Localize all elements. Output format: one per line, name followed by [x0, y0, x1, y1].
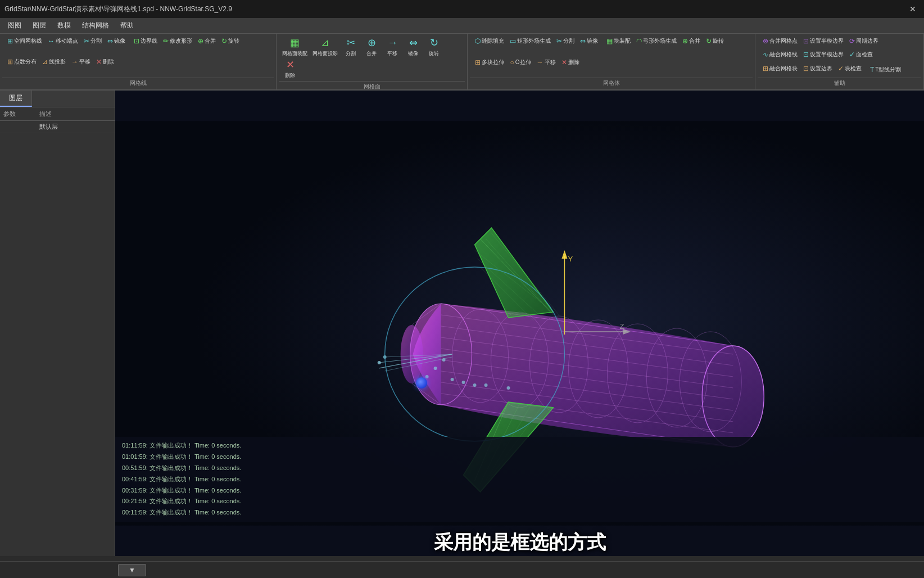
- assist-label: 辅助: [758, 78, 921, 88]
- svg-point-44: [473, 383, 477, 387]
- btn-fuse-gridline[interactable]: ∿ 融合网格线: [761, 50, 799, 59]
- btn-face-rotate[interactable]: ↻ 旋转: [424, 36, 444, 57]
- log-line-1: 01:11:59: 文件输出成功！ Time: 0 seconds.: [122, 440, 917, 451]
- gridface-buttons: ▦ 网格面装配 ⊿ 网格面投影 ✂ 分割 ⊕ 合并 → 平移: [279, 35, 465, 81]
- svg-point-37: [378, 361, 381, 364]
- btn-body-mirror[interactable]: ⇔ 镜像: [578, 37, 600, 46]
- gridbody-row3: ⊞ 多块拉伸 ○ O拉伸 → 平移 ✕ 删除: [471, 57, 583, 67]
- gridline-label: 网格线: [2, 78, 274, 88]
- log-line-4: 00:41:59: 文件输出成功！ Time: 0 seconds.: [122, 474, 917, 485]
- menu-item-layer[interactable]: 图层: [27, 19, 52, 33]
- btn-o-stretch[interactable]: ○ O拉伸: [508, 58, 532, 67]
- btn-delete1[interactable]: ✕ 删除: [94, 57, 116, 66]
- btn-face-split[interactable]: ✂ 分割: [341, 36, 361, 57]
- btn-face-merge[interactable]: ⊕ 合并: [361, 36, 382, 57]
- btn-bow-outer[interactable]: ◠ 弓形外场生成: [635, 37, 678, 46]
- btn-block-check[interactable]: ✓ 块检查: [836, 64, 863, 73]
- toolbar-row: ⊞ 空间网格线 ↔ 移动端点 ✂ 分割 ⇔ 镜像 ⊡ 边界线 ✏ 修改形形 ⊕ …: [0, 34, 924, 90]
- svg-point-39: [425, 375, 429, 378]
- gridface-label: 网格面: [279, 81, 465, 92]
- menu-item-model[interactable]: 数模: [52, 19, 76, 33]
- btn-translate1[interactable]: → 平移: [70, 57, 92, 66]
- panel-tabs: 图层: [0, 91, 115, 107]
- log-line-6: 00:21:59: 文件输出成功！ Time: 0 seconds.: [122, 496, 917, 507]
- btn-fuse-gridblock[interactable]: ⊞ 融合网格块: [761, 64, 799, 73]
- log-line-5: 00:31:59: 文件输出成功！ Time: 0 seconds.: [122, 485, 917, 496]
- log-area: 01:11:59: 文件输出成功！ Time: 0 seconds. 01:01…: [115, 437, 924, 522]
- toolbar-group-gridline: ⊞ 空间网格线 ↔ 移动端点 ✂ 分割 ⇔ 镜像 ⊡ 边界线 ✏ 修改形形 ⊕ …: [0, 34, 277, 89]
- assist-row4: T T型线分割: [866, 65, 905, 75]
- btn-face-assemble[interactable]: ▦ 网格面装配: [280, 36, 310, 57]
- btn-line-proj[interactable]: ⊿ 线投影: [40, 57, 67, 66]
- gridbody-label: 网格体: [470, 78, 753, 88]
- btn-body-merge[interactable]: ⊕ 合并: [681, 37, 702, 46]
- btn-body-translate[interactable]: → 平移: [535, 58, 558, 67]
- svg-text:Y: Y: [568, 255, 573, 263]
- bottom-bar: ▼: [0, 561, 924, 578]
- btn-move-endpoint[interactable]: ↔ 移动端点: [46, 37, 80, 46]
- btn-face-check[interactable]: ✓ 面检查: [848, 50, 875, 59]
- btn-set-half-boundary2[interactable]: ⊡ 设置半模边界: [801, 50, 845, 59]
- tab-layer[interactable]: 图层: [0, 91, 32, 107]
- title-bar: GridStar\NNW-GridStar演示素材\导弹网格线1.spd - N…: [0, 0, 924, 18]
- title-text: GridStar\NNW-GridStar演示素材\导弹网格线1.spd - N…: [4, 4, 232, 14]
- menu-item-help[interactable]: 帮助: [115, 19, 139, 33]
- btn-t-split[interactable]: T T型线分割: [868, 65, 903, 74]
- svg-point-46: [507, 386, 510, 390]
- btn-multi-stretch[interactable]: ⊞ 多块拉伸: [473, 58, 506, 67]
- btn-set-half-boundary1[interactable]: ⊡ 设置半模边界: [801, 37, 845, 46]
- btn-mirror1[interactable]: ⇔ 镜像: [106, 37, 127, 46]
- menu-item-grid[interactable]: 结构网格: [76, 19, 115, 33]
- toolbar-area: ⊞ 空间网格线 ↔ 移动端点 ✂ 分割 ⇔ 镜像 ⊡ 边界线 ✏ 修改形形 ⊕ …: [0, 34, 924, 91]
- btn-rect-outer[interactable]: ▭ 矩形外场生成: [508, 37, 552, 46]
- btn-block-assemble[interactable]: ▦ 块装配: [605, 37, 632, 46]
- toolbar-group-gridbody: ⬡ 缝隙填充 ▭ 矩形外场生成 ✂ 分割 ⇔ 镜像 ▦ 块装配 ◠ 弓形外场生成…: [468, 34, 755, 89]
- panel-rows: 默认层: [0, 121, 115, 556]
- list-item[interactable]: 默认层: [0, 121, 115, 133]
- btn-face-translate[interactable]: → 平移: [382, 36, 402, 57]
- btn-periodic-boundary[interactable]: ⟳ 周期边界: [848, 37, 880, 46]
- toolbar-group-assist: ⊗ 合并网格点 ⊡ 设置半模边界 ⟳ 周期边界 ∿ 融合网格线 ⊡ 设置半模边界…: [755, 34, 924, 89]
- btn-face-mirror[interactable]: ⇔ 镜像: [403, 36, 423, 57]
- log-line-2: 01:01:59: 文件输出成功！ Time: 0 seconds.: [122, 451, 917, 463]
- left-panel: 图层 参数 描述 默认层: [0, 91, 115, 556]
- gridbody-row2: ▦ 块装配 ◠ 弓形外场生成 ⊕ 合并 ↻ 旋转: [603, 36, 728, 46]
- assist-row1: ⊗ 合并网格点 ⊡ 设置半模边界 ⟳ 周期边界: [759, 36, 882, 46]
- svg-point-45: [484, 383, 488, 387]
- btn-point-dist[interactable]: ⊞ 点数分布: [6, 57, 38, 66]
- gridline-row3: ⊞ 点数分布 ⊿ 线投影 → 平移 ✕ 删除: [3, 57, 118, 67]
- close-button[interactable]: ✕: [902, 0, 924, 18]
- btn-merge-node[interactable]: ⊗ 合并网格点: [761, 37, 799, 46]
- btn-modify-shape[interactable]: ✏ 修改形形: [161, 37, 194, 46]
- menu-bar: 图图 图层 数模 结构网格 帮助: [0, 18, 924, 34]
- svg-point-41: [442, 358, 446, 362]
- col-params: 参数: [3, 110, 39, 118]
- btn-merge1[interactable]: ⊕ 合并: [196, 37, 218, 46]
- btn-rotate1[interactable]: ↻ 旋转: [220, 37, 241, 46]
- btn-body-split[interactable]: ✂ 分割: [555, 37, 576, 46]
- svg-point-20: [401, 325, 423, 383]
- btn-body-delete[interactable]: ✕ 删除: [560, 58, 581, 67]
- svg-point-40: [434, 367, 437, 370]
- scroll-down-button[interactable]: ▼: [118, 564, 146, 576]
- gridbody-row1: ⬡ 缝隙填充 ▭ 矩形外场生成 ✂ 分割 ⇔ 镜像: [471, 36, 602, 46]
- assist-buttons: ⊗ 合并网格点 ⊡ 设置半模边界 ⟳ 周期边界 ∿ 融合网格线 ⊡ 设置半模边界…: [758, 35, 921, 78]
- btn-split1[interactable]: ✂ 分割: [82, 37, 103, 46]
- log-line-7: 00:11:59: 文件输出成功！ Time: 0 seconds.: [122, 507, 917, 518]
- log-line-3: 00:51:59: 文件输出成功！ Time: 0 seconds.: [122, 463, 917, 474]
- btn-face-project[interactable]: ⊿ 网格面投影: [310, 36, 340, 57]
- gridline-row1: ⊞ 空间网格线 ↔ 移动端点 ✂ 分割 ⇔ 镜像: [3, 36, 129, 46]
- btn-space-gridline[interactable]: ⊞ 空间网格线: [6, 37, 44, 46]
- panel-header: 参数 描述: [0, 107, 115, 121]
- btn-boundary[interactable]: ⊡ 边界线: [132, 37, 159, 46]
- btn-seam-fill[interactable]: ⬡ 缝隙填充: [473, 37, 506, 46]
- svg-text:Z: Z: [619, 322, 624, 331]
- btn-body-rotate[interactable]: ↻ 旋转: [704, 37, 726, 46]
- assist-row2: ∿ 融合网格线 ⊡ 设置半模边界 ✓ 面检查: [759, 49, 877, 60]
- btn-face-delete[interactable]: ✕ 删除: [280, 58, 300, 79]
- svg-point-43: [462, 381, 465, 384]
- gridline-buttons: ⊞ 空间网格线 ↔ 移动端点 ✂ 分割 ⇔ 镜像 ⊡ 边界线 ✏ 修改形形 ⊕ …: [2, 35, 274, 78]
- btn-set-boundary[interactable]: ⊡ 设置边界: [801, 64, 834, 73]
- menu-item-view[interactable]: 图图: [2, 19, 27, 33]
- gridbody-buttons: ⬡ 缝隙填充 ▭ 矩形外场生成 ✂ 分割 ⇔ 镜像 ▦ 块装配 ◠ 弓形外场生成…: [470, 35, 753, 78]
